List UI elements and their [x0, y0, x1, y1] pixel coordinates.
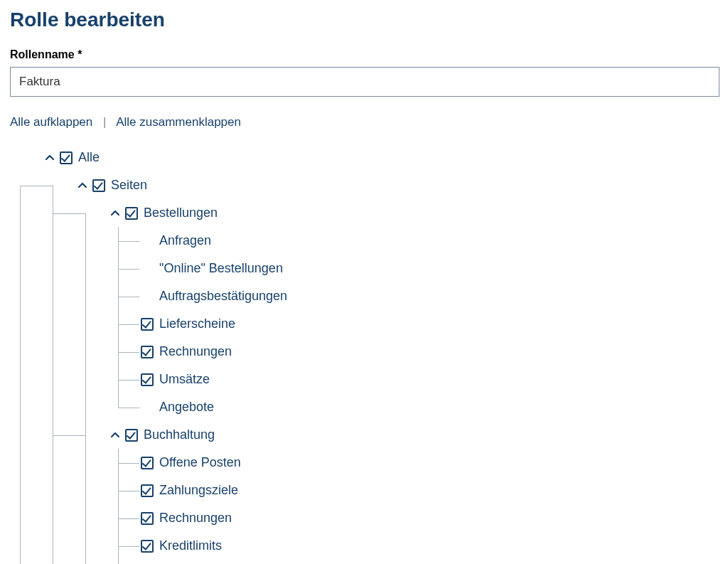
checkbox-lieferscheine[interactable]	[141, 318, 154, 331]
tree-item: Kreditlimits	[10, 532, 719, 560]
checkbox-rechnungen[interactable]	[141, 346, 154, 358]
tree-item: Lieferscheine	[10, 310, 719, 338]
collapse-all-link[interactable]: Alle zusammenklappen	[116, 115, 241, 129]
tree-item: Anfragen	[10, 227, 719, 255]
tree-label: Buchhaltung	[144, 427, 215, 442]
tree-label: Alle	[78, 150, 100, 165]
tree-item: Angebote	[10, 393, 719, 421]
chevron-up-icon[interactable]	[43, 151, 57, 165]
checkbox-umsaetze[interactable]	[141, 373, 154, 386]
checkbox-bestellungen[interactable]	[125, 207, 138, 220]
tree-label: Auftragsbestätigungen	[159, 289, 287, 304]
tree-actions: Alle aufklappen | Alle zusammenklappen	[10, 115, 719, 129]
chevron-up-icon[interactable]	[108, 428, 122, 442]
expand-all-link[interactable]: Alle aufklappen	[10, 115, 92, 129]
tree-label: Zahlungsziele	[159, 483, 238, 498]
tree-label: Rechnungen	[159, 511, 232, 526]
tree-label: Anfragen	[159, 233, 211, 248]
tree-node-seiten: Seiten	[10, 171, 719, 199]
tree-label: Bestellungen	[144, 206, 218, 220]
permission-tree: Alle Seiten Bestellungen Anfragen	[10, 144, 719, 564]
checkbox-kreditlimits[interactable]	[141, 540, 154, 553]
tree-item: Auftragsbestätigungen	[10, 282, 719, 310]
tree-item: Rechnungen	[10, 504, 719, 532]
tree-label: Rechnungen	[159, 344, 232, 359]
tree-node-bestellungen: Bestellungen	[10, 199, 719, 227]
tree-item: Offene Posten	[10, 449, 719, 477]
tree-label: Lieferscheine	[159, 316, 235, 331]
tree-label: Kreditlimits	[159, 538, 222, 553]
tree-item: Rechnungen	[10, 338, 719, 366]
tree-item: Umsätze	[10, 366, 719, 393]
tree-item: Salden	[10, 560, 719, 564]
checkbox-buchhaltung[interactable]	[125, 429, 138, 442]
page-title: Rolle bearbeiten	[10, 9, 719, 31]
checkbox-seiten[interactable]	[92, 179, 105, 192]
checkbox-zahlungsziele[interactable]	[141, 484, 154, 497]
checkbox-offene-posten[interactable]	[141, 457, 154, 469]
rolename-input[interactable]	[10, 67, 719, 97]
tree-label: Angebote	[159, 400, 214, 415]
tree-label: "Online" Bestellungen	[159, 261, 283, 276]
checkbox-alle[interactable]	[60, 151, 73, 164]
tree-node-buchhaltung: Buchhaltung	[10, 421, 719, 449]
chevron-up-icon[interactable]	[108, 206, 122, 220]
tree-item: "Online" Bestellungen	[10, 255, 719, 282]
tree-label: Offene Posten	[159, 455, 241, 470]
tree-node-alle: Alle	[10, 144, 719, 171]
chevron-up-icon[interactable]	[75, 179, 90, 193]
tree-label: Seiten	[111, 178, 147, 193]
action-separator: |	[103, 115, 106, 129]
tree-item: Zahlungsziele	[10, 477, 719, 504]
rolename-label: Rollenname *	[10, 48, 719, 61]
tree-label: Umsätze	[159, 372, 210, 387]
checkbox-rechnungen-bh[interactable]	[141, 512, 154, 525]
